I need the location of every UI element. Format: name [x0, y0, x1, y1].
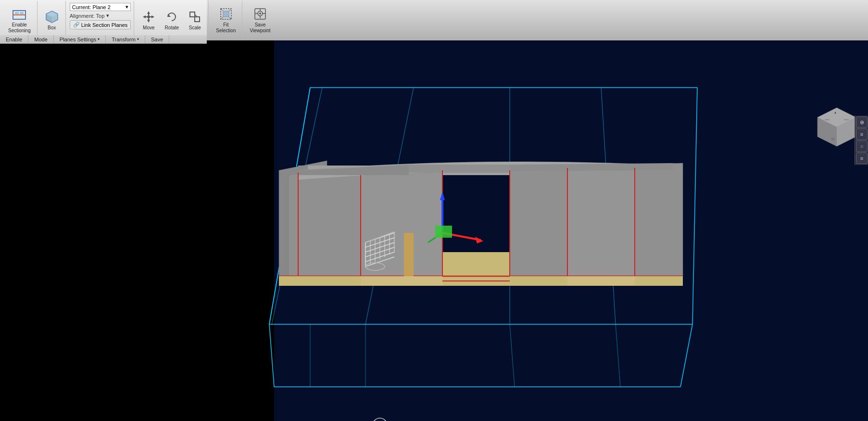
rotate-label: Rotate: [165, 25, 179, 31]
current-plane-dropdown[interactable]: Current: Plane 2 ▾: [70, 3, 131, 11]
save-viewpoint-label: SaveViewpoint: [250, 22, 270, 34]
rotate-icon: [164, 10, 179, 24]
ribbon-save[interactable]: Save: [145, 35, 169, 43]
box-group: Box: [38, 1, 66, 39]
svg-marker-104: [635, 276, 683, 286]
ribbon-transform[interactable]: Transform ▾: [106, 35, 145, 43]
svg-rect-19: [195, 17, 200, 22]
svg-marker-63: [361, 168, 442, 276]
transform-group: Move Rotate Scale: [135, 1, 209, 39]
box-icon: [45, 10, 59, 24]
viewport-top-bar: [207, 0, 868, 40]
svg-marker-61: [289, 170, 361, 276]
save-viewpoint-icon: [253, 7, 267, 21]
alignment-arrow-icon: ▾: [106, 13, 109, 19]
right-side-toolbar: ⊕ ≡ ○ ≡: [855, 115, 868, 165]
planes-settings-arrow: ▾: [98, 37, 100, 41]
scale-label: Scale: [189, 25, 201, 31]
right-btn-4[interactable]: ≡: [856, 153, 868, 164]
svg-rect-22: [223, 11, 229, 17]
right-btn-3[interactable]: ○: [856, 140, 868, 152]
box-button[interactable]: Box: [41, 7, 63, 33]
fit-selection-group: FitSelection: [210, 1, 242, 39]
svg-rect-99: [435, 226, 452, 238]
move-button[interactable]: Move: [138, 7, 159, 33]
link-section-planes-button[interactable]: 🔗 Link Section Planes: [70, 20, 131, 29]
scale-icon: [188, 10, 202, 24]
enable-sectioning-icon: [12, 7, 26, 21]
move-icon: [141, 10, 156, 24]
ribbon-labels-bar: Enable Mode Planes Settings ▾ Transform …: [0, 35, 207, 44]
svg-point-29: [259, 13, 261, 14]
ribbon-enable[interactable]: Enable: [0, 35, 28, 43]
rotate-button[interactable]: Rotate: [161, 7, 182, 33]
box-label: Box: [48, 25, 56, 31]
svg-marker-65: [510, 166, 567, 276]
svg-rect-35: [0, 40, 274, 421]
fit-selection-icon: [219, 7, 233, 21]
current-plane-label: Current: Plane 2: [72, 4, 111, 10]
move-label: Move: [143, 25, 154, 31]
scale-button[interactable]: Scale: [184, 7, 205, 33]
save-viewpoint-button[interactable]: SaveViewpoint: [246, 4, 274, 36]
svg-marker-101: [361, 276, 442, 286]
save-viewpoint-group: SaveViewpoint: [243, 1, 277, 39]
svg-rect-93: [404, 233, 414, 276]
svg-rect-3: [20, 12, 24, 15]
enable-sectioning-button[interactable]: EnableSectioning: [5, 4, 34, 36]
fit-selection-label: FitSelection: [216, 22, 236, 34]
enable-sectioning-label: EnableSectioning: [8, 22, 31, 34]
link-section-planes-label: Link Section Planes: [81, 22, 128, 28]
fit-selection-button[interactable]: FitSelection: [213, 4, 239, 36]
svg-rect-2: [15, 12, 19, 15]
svg-marker-66: [567, 165, 635, 276]
dropdown-arrow-icon: ▾: [126, 4, 128, 10]
svg-marker-69: [409, 165, 510, 173]
ribbon-mode[interactable]: Mode: [28, 35, 54, 43]
svg-text:W: W: [831, 137, 835, 141]
transform-arrow: ▾: [137, 37, 139, 41]
alignment-row: Alignment: Top ▾: [70, 13, 131, 19]
enable-group: EnableSectioning: [2, 1, 38, 39]
main-toolbar: EnableSectioning Box Current: Plane 2 ▾ …: [0, 0, 207, 40]
svg-marker-100: [279, 276, 361, 286]
svg-marker-103: [567, 276, 635, 286]
right-btn-2[interactable]: ≡: [856, 128, 868, 140]
3d-scene: W ▴: [0, 40, 868, 421]
svg-marker-102: [510, 276, 567, 286]
link-icon: 🔗: [73, 22, 80, 28]
svg-text:▴: ▴: [834, 110, 836, 115]
svg-rect-18: [190, 12, 195, 17]
svg-point-8: [147, 15, 150, 18]
svg-marker-67: [635, 163, 683, 276]
ribbon-planes-settings[interactable]: Planes Settings ▾: [54, 35, 106, 43]
alignment-label: Alignment: Top: [70, 13, 105, 19]
planes-settings-group: Current: Plane 2 ▾ Alignment: Top ▾ 🔗 Li…: [67, 1, 135, 39]
right-btn-1[interactable]: ⊕: [856, 116, 868, 128]
